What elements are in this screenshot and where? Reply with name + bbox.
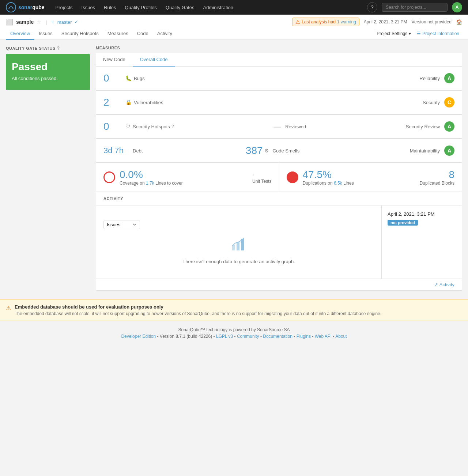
nav-quality-gates[interactable]: Quality Gates [162,0,198,15]
activity-filter-select[interactable]: Issues [103,220,140,229]
quality-gate-description: All conditions passed. [12,76,84,81]
footer-line2: Developer Edition - Version 8.7.1 (build… [6,334,462,339]
tab-overall-code[interactable]: Overall Code [133,53,175,67]
bugs-row: 0 🐛 Bugs Reliability A [96,67,462,90]
hotspots-value[interactable]: 0 [103,121,125,132]
hotspots-label[interactable]: Security Hotspots [133,124,170,129]
coverage-pct[interactable]: 0.0% [120,169,242,181]
analysis-warning-text: Last analysis had [302,19,336,24]
maintainability-label: Maintainability [410,148,440,154]
help-icon[interactable]: ? [367,2,377,12]
user-avatar[interactable]: A [452,2,462,12]
dup-lines-highlight[interactable]: 6.5k [334,181,342,186]
warning-dot-icon: ⚠ [295,19,300,25]
nav-issues[interactable]: Issues [78,0,99,15]
activity-sidebar: April 2, 2021, 3:21 PM not provided [381,205,462,279]
bug-icon: 🐛 [125,75,132,81]
footer: SonarQube™ technology is powered by Sona… [0,321,468,346]
bugs-label[interactable]: Bugs [134,76,145,81]
dup-blocks-count[interactable]: 8 [420,169,454,181]
reliability-badge[interactable]: A [444,73,454,83]
warning-badge[interactable]: ⚠ Last analysis had 1 warning [292,18,359,26]
project-name[interactable]: sample [16,19,34,25]
project-settings-label: Project Settings [377,31,407,36]
footer-version: Version 8.7.1 (build 42226) [160,334,212,339]
project-info-label: Project Information [422,31,459,36]
vulnerabilities-row: 2 🔒 Vulnerabilities Security C [96,90,462,114]
no-data-text: There isn't enough data to generate an a… [182,259,295,264]
reliability-label: Reliability [419,76,440,81]
nav-rules[interactable]: Rules [100,0,120,15]
activity-footer: ↗ Activity [96,279,462,290]
security-review-label: Security Review [406,124,440,129]
quality-gate-title: QUALITY GATE STATUS ? [6,46,90,51]
footer-developer-edition[interactable]: Developer Edition [121,334,156,339]
star-icon[interactable]: ☆ [37,19,41,25]
footer-line1: SonarQube™ technology is powered by Sona… [6,327,462,332]
tab-overview[interactable]: Overview [6,28,34,40]
svg-point-0 [6,3,16,12]
security-badge[interactable]: C [444,97,454,107]
measures-tabs: New Code Overall Code [96,53,462,67]
search-input[interactable] [382,3,448,12]
activity-body: Issues There isn't enough dat [96,205,462,279]
home-icon[interactable]: 🏠 [456,19,462,25]
footer-community[interactable]: Community [237,334,259,339]
branch-icon: ⑂ [52,19,54,25]
nav-quality-profiles[interactable]: Quality Profiles [121,0,160,15]
warning-link[interactable]: 1 warning [337,19,356,24]
code-smells-value[interactable]: 387 [246,145,263,156]
footer-separator5: - [294,334,296,339]
footer-lgpl[interactable]: LGPL v3 [216,334,233,339]
activity-link[interactable]: ↗ Activity [434,282,454,287]
hotspots-help-icon[interactable]: ? [171,124,174,129]
activity-arrow-icon: ↗ [434,282,438,287]
maintainability-badge[interactable]: A [444,146,454,156]
tab-code[interactable]: Code [133,28,153,40]
bugs-value[interactable]: 0 [103,72,125,84]
footer-about[interactable]: About [335,334,347,339]
security-review-badge[interactable]: A [444,121,454,132]
no-data-area: There isn't enough data to generate an a… [182,235,295,264]
vuln-label[interactable]: Vulnerabilities [134,100,163,105]
top-navigation: sonarqube Projects Issues Rules Quality … [0,0,468,15]
footer-web-api[interactable]: Web API [315,334,332,339]
nav-administration[interactable]: Administration [200,0,237,15]
footer-separator3: - [234,334,237,339]
footer-documentation[interactable]: Documentation [263,334,292,339]
debt-value[interactable]: 3d 7h [103,146,133,155]
warning-banner-title: Embedded database should be used for eva… [15,304,381,310]
sonarqube-logo[interactable]: sonarqube [6,2,45,12]
hotspots-row: 0 🛡 Security Hotspots ? — Reviewed Secur… [96,114,462,139]
vuln-value[interactable]: 2 [103,97,125,108]
activity-header: ACTIVITY [96,192,462,205]
measures-panel: MEASURES New Code Overall Code 0 🐛 Bugs … [96,46,462,291]
tab-activity[interactable]: Activity [153,28,177,40]
footer-plugins[interactable]: Plugins [297,334,311,339]
activity-link-label: Activity [439,282,454,287]
coverage-lines-highlight[interactable]: 1.7k [146,181,154,186]
settings-chevron-icon: ▾ [409,31,411,36]
unit-tests-dash: - [252,171,271,179]
project-tabs: Overview Issues Security Hotspots Measur… [6,28,177,39]
branch-name[interactable]: master [57,19,72,25]
shield-icon: 🛡 [125,124,131,129]
quality-gate-help-icon[interactable]: ? [57,46,60,51]
nav-projects[interactable]: Projects [52,0,76,15]
project-settings-link[interactable]: Project Settings ▾ [374,28,414,39]
security-label: Security [423,100,440,105]
tab-issues[interactable]: Issues [34,28,57,40]
quality-gate-status: Passed [12,61,84,73]
coverage-text: Coverage on [120,181,145,186]
project-info-link[interactable]: ☰ Project Information [414,28,462,39]
code-smells-label[interactable]: Code Smells [273,148,300,154]
duplications-pct[interactable]: 47.5% [303,169,415,181]
tab-measures[interactable]: Measures [103,28,133,40]
svg-rect-2 [237,242,239,250]
tab-new-code[interactable]: New Code [96,53,133,67]
tab-security-hotspots[interactable]: Security Hotspots [57,28,103,40]
lock-icon: 🔒 [125,99,132,105]
activity-chart-area: Issues There isn't enough dat [96,205,381,279]
quality-gate-panel: QUALITY GATE STATUS ? Passed All conditi… [6,46,90,291]
chart-icon [230,235,248,256]
